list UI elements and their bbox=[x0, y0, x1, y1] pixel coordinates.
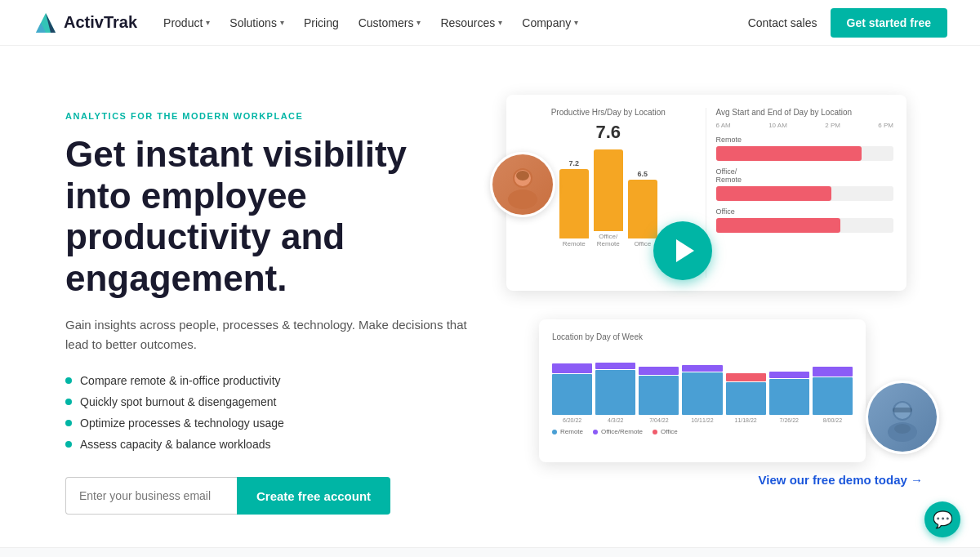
chat-button[interactable]: 💬 bbox=[924, 501, 960, 537]
nav-resources[interactable]: Resources ▾ bbox=[440, 16, 502, 29]
nav-company[interactable]: Company ▾ bbox=[522, 16, 578, 29]
nav-pricing[interactable]: Pricing bbox=[304, 16, 339, 29]
stacked-bar-group: 7/26/22 bbox=[769, 372, 809, 423]
svg-rect-10 bbox=[893, 408, 912, 412]
horiz-bar-row: Office/Remote bbox=[716, 167, 894, 201]
svg-point-4 bbox=[508, 189, 537, 209]
horiz-bar-fill bbox=[716, 186, 831, 201]
play-button[interactable] bbox=[653, 221, 712, 280]
get-started-button[interactable]: Get started free bbox=[831, 8, 947, 38]
email-input[interactable] bbox=[65, 477, 237, 515]
list-item: Assess capacity & balance workloads bbox=[65, 438, 474, 451]
stacked-bar-group: 7/04/22 bbox=[639, 367, 679, 423]
bar bbox=[559, 169, 589, 238]
nav-right: Contact sales Get started free bbox=[748, 8, 947, 38]
nav-customers[interactable]: Customers ▾ bbox=[359, 16, 421, 29]
nav-product[interactable]: Product ▾ bbox=[163, 16, 210, 29]
horiz-bar-track bbox=[716, 146, 894, 161]
chart-center-value: 7.6 bbox=[519, 122, 697, 143]
demo-link[interactable]: View our free demo today → bbox=[759, 473, 923, 487]
play-icon bbox=[676, 239, 694, 262]
horiz-bar-track bbox=[716, 218, 894, 233]
nav-links: Product ▾ Solutions ▾ Pricing Customers … bbox=[163, 16, 578, 29]
legend-remote: Remote bbox=[552, 428, 583, 435]
list-item: Quickly spot burnout & disengagement bbox=[65, 395, 474, 408]
hero-tag: Analytics for the modern workplace bbox=[65, 111, 474, 121]
avatar-female bbox=[490, 152, 555, 217]
horiz-bar-fill bbox=[716, 218, 840, 233]
chevron-down-icon: ▾ bbox=[206, 18, 210, 27]
hero-subtitle: Gain insights across people, processes &… bbox=[65, 315, 474, 354]
stacked-bar-remote bbox=[552, 374, 592, 415]
contact-sales-button[interactable]: Contact sales bbox=[748, 16, 817, 29]
nav-left: ActivTrak Product ▾ Solutions ▾ Pricing … bbox=[33, 10, 578, 36]
avatar-face bbox=[868, 383, 937, 452]
list-item: Compare remote & in-office productivity bbox=[65, 374, 474, 387]
hero-title: Get instant visibility into employee pro… bbox=[65, 134, 474, 299]
legend-dot bbox=[552, 430, 557, 434]
bar-group: Office/Remote bbox=[594, 148, 623, 247]
avatar-male bbox=[866, 381, 939, 454]
stacked-bar-group: 10/11/22 bbox=[682, 365, 722, 423]
legend-office-remote: Office/Remote bbox=[593, 428, 643, 435]
bar-group: 7.2 Remote bbox=[559, 159, 589, 247]
chart-right-title: Avg Start and End of Day by Location bbox=[716, 108, 894, 117]
stacked-bar-office-remote bbox=[552, 363, 592, 373]
chevron-down-icon: ▾ bbox=[280, 18, 284, 27]
horiz-bar-track bbox=[716, 186, 894, 201]
chevron-down-icon: ▾ bbox=[416, 18, 421, 27]
navbar: ActivTrak Product ▾ Solutions ▾ Pricing … bbox=[0, 0, 980, 46]
bottom-banner: 9,500+ customers measure productivity wi… bbox=[0, 547, 980, 557]
chat-icon: 💬 bbox=[933, 510, 953, 529]
email-form: Create free account bbox=[65, 477, 474, 515]
create-account-button[interactable]: Create free account bbox=[237, 477, 390, 515]
stacked-bar-group: 11/18/22 bbox=[726, 373, 766, 423]
logo[interactable]: ActivTrak bbox=[33, 10, 137, 36]
stacked-bar-group: 8/00/22 bbox=[813, 367, 853, 423]
horiz-bar-row: Remote bbox=[716, 136, 894, 161]
hero-right: Productive Hrs/Day by Location 7.6 7.2 R… bbox=[490, 95, 947, 462]
stacked-bar-group: 4/3/22 bbox=[595, 363, 635, 423]
bar bbox=[594, 149, 623, 231]
bullet-dot bbox=[65, 420, 72, 426]
avatar-face bbox=[492, 154, 553, 215]
legend-office: Office bbox=[653, 428, 678, 435]
svg-point-11 bbox=[894, 424, 911, 434]
stacked-bar-group: 6/20/22 bbox=[552, 363, 592, 423]
bottom-chart-title: Location by Day of Week bbox=[552, 332, 853, 341]
bullet-dot bbox=[65, 399, 72, 405]
horiz-bar-row: Office bbox=[716, 207, 894, 233]
nav-solutions[interactable]: Solutions ▾ bbox=[229, 16, 284, 29]
chevron-down-icon: ▾ bbox=[574, 18, 578, 27]
bottom-chart-card: Location by Day of Week 6/20/22 4/3/22 7… bbox=[539, 319, 866, 462]
list-item: Optimize processes & technology usage bbox=[65, 417, 474, 430]
legend-dot bbox=[593, 430, 598, 434]
hero-section: Analytics for the modern workplace Get i… bbox=[0, 46, 980, 547]
time-labels: 6 AM 10 AM 2 PM 6 PM bbox=[716, 122, 894, 129]
svg-point-6 bbox=[516, 171, 529, 180]
chart-legend: Remote Office/Remote Office bbox=[552, 428, 853, 435]
bullet-dot bbox=[65, 441, 72, 448]
bar-group: 6.5 Office bbox=[628, 170, 657, 247]
legend-dot bbox=[653, 430, 657, 434]
horiz-bar-fill bbox=[716, 146, 862, 161]
bullet-dot bbox=[65, 377, 72, 384]
horizontal-chart-section: Avg Start and End of Day by Location 6 A… bbox=[706, 108, 894, 278]
chart-title: Productive Hrs/Day by Location bbox=[519, 108, 697, 117]
hero-left: Analytics for the modern workplace Get i… bbox=[65, 95, 474, 515]
stacked-bar-chart: 6/20/22 4/3/22 7/04/22 10/11/22 bbox=[552, 350, 853, 423]
chevron-down-icon: ▾ bbox=[498, 18, 502, 27]
bullet-list: Compare remote & in-office productivity … bbox=[65, 374, 474, 451]
bar bbox=[628, 180, 657, 238]
